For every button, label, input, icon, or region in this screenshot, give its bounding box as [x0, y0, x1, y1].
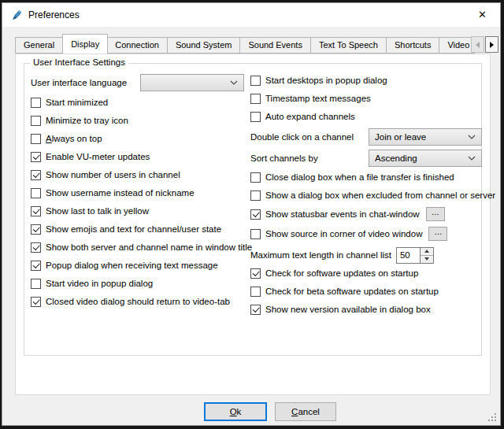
spin-down-button[interactable]	[421, 256, 433, 263]
checkbox-label: Timestamp text messages	[265, 94, 371, 103]
statusbar-events-more-button[interactable]: ...	[426, 207, 445, 221]
tab-list: General Display Connection Sound System …	[15, 33, 475, 54]
checkbox-start-minimized[interactable]: Start minimized	[31, 96, 250, 109]
checkbox-box	[31, 152, 41, 162]
tab-sound-system[interactable]: Sound System	[168, 37, 241, 54]
checkbox-minimize-to-tray-icon[interactable]: Minimize to tray icon	[31, 114, 250, 127]
right-arrow-icon	[490, 42, 494, 48]
ok-button-label: Ok	[230, 407, 242, 416]
chevron-down-icon	[468, 156, 476, 161]
tab-scroll-right-button[interactable]	[485, 36, 498, 53]
checkbox-show-username-instead-of-nickname[interactable]: Show username instead of nickname	[31, 187, 250, 199]
checkbox-box	[31, 279, 41, 289]
checkbox-label: Show last to talk in yellow	[46, 206, 149, 216]
checkbox-show-statusbar-events[interactable]	[250, 209, 261, 220]
checkbox-box	[250, 172, 261, 183]
tab-shortcuts[interactable]: Shortcuts	[387, 37, 439, 54]
window-title: Preferences	[28, 9, 80, 20]
checkbox-label: Show a dialog box when excluded from cha…	[265, 190, 495, 200]
max-text-length-input[interactable]: 50	[397, 248, 420, 263]
double-click-value: Join or leave	[375, 132, 465, 142]
chevron-down-icon	[468, 135, 476, 139]
checkbox-check-beta-updates[interactable]: Check for beta software updates on start…	[250, 285, 481, 298]
checkbox-show-dialog-excluded[interactable]: Show a dialog box when excluded from cha…	[250, 189, 481, 202]
checkbox-show-new-version-dialog[interactable]: Show new version available in dialog box	[250, 303, 481, 316]
checkbox-enable-vu-meter-updates[interactable]: Enable VU-meter updates	[31, 150, 250, 163]
down-arrow-icon	[424, 257, 429, 261]
checkbox-label: Close dialog box when a file transfer is…	[265, 172, 454, 182]
ok-button[interactable]: Ok	[204, 402, 267, 421]
tab-video[interactable]: Video	[439, 37, 475, 54]
checkbox-check-software-updates[interactable]: Check for software updates on startup	[250, 267, 481, 279]
max-text-length-spinbox: 50	[396, 247, 434, 264]
tab-text-to-speech[interactable]: Text To Speech	[311, 37, 387, 54]
tab-display[interactable]: Display	[62, 34, 108, 54]
checkbox-box	[31, 170, 41, 180]
checkbox-box	[31, 134, 41, 144]
checkbox-label: Show source in corner of video window	[265, 229, 422, 239]
checkbox-label: Auto expand channels	[265, 112, 355, 121]
checkbox-always-on-top[interactable]: Always on top	[31, 132, 250, 145]
resize-grip[interactable]	[487, 412, 498, 423]
checkbox-show-source-video-window[interactable]	[250, 229, 261, 239]
video-source-row: Show source in corner of video window ..…	[250, 227, 481, 241]
close-button[interactable]: ✕	[465, 3, 500, 26]
sort-channels-label: Sort channels by	[250, 153, 369, 163]
language-row: User interface language	[31, 74, 250, 91]
left-arrow-icon	[476, 42, 480, 48]
language-select[interactable]	[140, 74, 244, 91]
spin-buttons	[420, 248, 433, 263]
spin-up-button[interactable]	[421, 248, 433, 256]
checkbox-box	[250, 76, 261, 86]
tab-bar: General Display Connection Sound System …	[15, 34, 498, 54]
checkbox-label: Always on top	[46, 134, 102, 143]
max-text-length-row: Maximum text length in channel list 50	[250, 246, 481, 264]
video-source-more-button[interactable]: ...	[428, 227, 447, 241]
checkbox-label: Show new version available in dialog box	[265, 305, 431, 314]
tab-scroll-left-button[interactable]	[471, 36, 484, 53]
checkbox-label: Popup dialog when receiving text message	[46, 261, 218, 270]
checkbox-timestamp-text-messages[interactable]: Timestamp text messages	[250, 92, 481, 105]
statusbar-events-row: Show statusbar events in chat-window ...	[250, 207, 481, 221]
checkbox-closed-video-return-video-tab[interactable]: Closed video dialog should return to vid…	[31, 295, 250, 308]
checkbox-label: Start video in popup dialog	[46, 279, 153, 288]
checkbox-start-video-in-popup[interactable]: Start video in popup dialog	[31, 277, 250, 290]
tab-general[interactable]: General	[15, 37, 63, 54]
checkbox-show-number-of-users[interactable]: Show number of users in channel	[31, 168, 250, 181]
double-click-select[interactable]: Join or leave	[369, 128, 482, 146]
tab-sound-events[interactable]: Sound Events	[240, 37, 311, 54]
tab-scroll-buttons	[471, 36, 498, 53]
sort-channels-select[interactable]: Ascending	[369, 150, 482, 167]
checkbox-start-desktops-in-popup[interactable]: Start desktops in popup dialog	[250, 74, 481, 87]
app-icon	[9, 9, 23, 22]
checkbox-box	[250, 287, 261, 297]
tab-connection[interactable]: Connection	[107, 37, 168, 54]
close-icon: ✕	[478, 9, 487, 20]
checkbox-label: Check for software updates on startup	[265, 268, 418, 278]
checkbox-show-server-and-channel-in-title[interactable]: Show both server and channel name in win…	[31, 241, 250, 253]
checkbox-label: Closed video dialog should return to vid…	[46, 297, 230, 306]
checkbox-label: Show statusbar events in chat-window	[265, 209, 420, 219]
checkbox-label: Start desktops in popup dialog	[265, 76, 387, 85]
double-click-label: Double click on a channel	[250, 132, 369, 142]
checkbox-show-last-to-talk-in-yellow[interactable]: Show last to talk in yellow	[31, 205, 250, 217]
cancel-button[interactable]: Cancel	[275, 402, 336, 421]
checkbox-show-emojis-and-text[interactable]: Show emojis and text for channel/user st…	[31, 223, 250, 235]
checkbox-box	[250, 112, 261, 122]
preferences-dialog: Preferences ✕ General Display Connection…	[2, 2, 501, 426]
language-label: User interface language	[31, 78, 140, 87]
checkbox-close-dialog-file-transfer[interactable]: Close dialog box when a file transfer is…	[250, 171, 481, 183]
user-interface-settings-group: User Interface Settings User interface l…	[24, 63, 482, 356]
checkbox-box	[31, 206, 41, 216]
checkbox-label: Enable VU-meter updates	[46, 152, 150, 161]
checkbox-label: Start minimized	[46, 98, 108, 107]
checkbox-box	[31, 116, 41, 126]
checkbox-auto-expand-channels[interactable]: Auto expand channels	[250, 110, 481, 123]
checkbox-box	[31, 261, 41, 271]
max-text-length-label: Maximum text length in channel list	[250, 250, 391, 260]
chevron-down-icon	[230, 80, 238, 85]
checkbox-box	[250, 190, 261, 201]
checkbox-label: Show emojis and text for channel/user st…	[46, 224, 221, 234]
checkbox-label: Show both server and channel name in win…	[46, 242, 252, 252]
checkbox-popup-dialog-text-message[interactable]: Popup dialog when receiving text message	[31, 259, 250, 272]
